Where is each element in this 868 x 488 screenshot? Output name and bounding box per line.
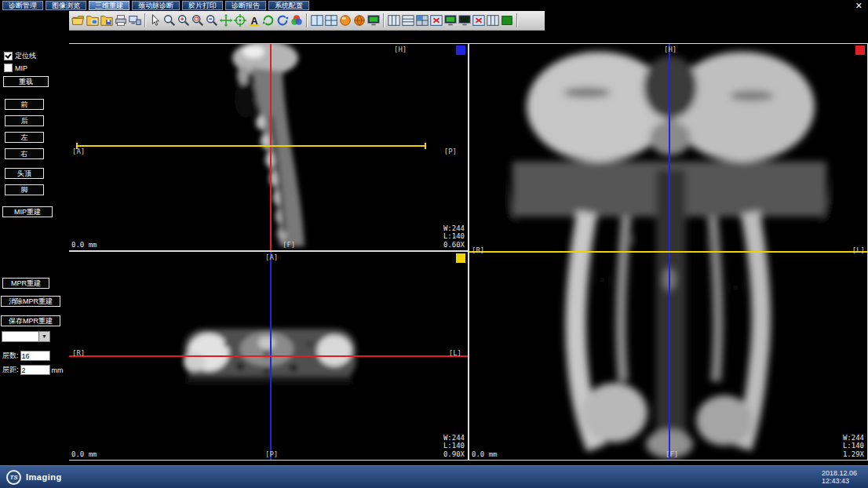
menu-bar: 诊断管理图像浏览三维重建颈动脉诊断胶片打印诊断报告系统配置 ✕ [0, 0, 868, 11]
mpr-remove-button[interactable]: 消除MPR重建 [1, 296, 60, 307]
refresh-icon[interactable] [261, 12, 275, 29]
zoom-tool-icon[interactable] [162, 12, 177, 29]
zoom-in-icon[interactable] [177, 12, 191, 29]
rotate-icon[interactable] [275, 12, 290, 29]
time-value: 12:43:43 [822, 477, 857, 485]
cine-play-icon[interactable] [367, 12, 381, 29]
orientation-label-right: [P] [444, 147, 457, 155]
film-rows-icon[interactable] [401, 12, 415, 29]
sidebar: 定位线 MIP 重载 前 后 左 右 头顶 脚 MIP重建 MPR重建 消除MP… [0, 31, 69, 466]
date-value: 2018.12.06 [822, 469, 857, 477]
window-level-readout: W:244 L:140 [443, 224, 465, 240]
reload-button[interactable]: 重载 [3, 76, 49, 87]
fullscreen-icon[interactable] [500, 12, 514, 29]
menu-tab-image-browse[interactable]: 图像浏览 [46, 1, 86, 10]
menu-tab-carotid-diagnosis[interactable]: 颈动脉诊断 [132, 1, 180, 10]
pointer-tool-icon[interactable] [148, 12, 162, 29]
layer-count-input[interactable] [20, 351, 50, 361]
orientation-label-left: [A] [72, 147, 85, 155]
status-bar: TS Imaging 2018.12.06 12:43:43 [0, 465, 868, 488]
axial-select-marker[interactable] [456, 253, 465, 263]
menu-tab-reconstruction-3d[interactable]: 三维重建 [89, 1, 129, 10]
save-folder-icon[interactable] [100, 12, 114, 29]
open-exam-folder-icon[interactable] [71, 12, 86, 29]
foot-button[interactable]: 脚 [5, 184, 44, 195]
app-logo: TS Imaging [6, 470, 62, 485]
locator-line-label: 定位线 [15, 51, 36, 61]
menu-tab-diagnosis-management[interactable]: 诊断管理 [2, 1, 43, 10]
orientation-label-left: [R] [72, 349, 85, 357]
layer-count-label: 层数: [2, 351, 19, 361]
sagittal-horizontal-crosshair[interactable] [77, 145, 425, 147]
display-on-icon[interactable] [443, 12, 458, 29]
mip-checkbox[interactable] [4, 64, 13, 72]
print-icon[interactable] [114, 12, 128, 29]
toolbar-icons: A [71, 12, 520, 29]
menu-tab-system-config[interactable]: 系统配置 [268, 1, 309, 10]
locator-line-checkbox-row[interactable]: 定位线 [4, 51, 36, 61]
tile-layout-icon[interactable] [415, 12, 429, 29]
menu-tab-film-print[interactable]: 胶片打印 [182, 1, 223, 10]
pseudo-color-icon[interactable] [290, 12, 304, 29]
display-off-icon[interactable] [458, 12, 472, 29]
viewport-axial[interactable]: [A] [R] [L] [P] W:244 L:140 0.90X 0.0 mm [69, 252, 468, 460]
coronal-horizontal-crosshair[interactable] [469, 251, 867, 253]
clear-view-icon[interactable] [472, 12, 486, 29]
workstation-icon[interactable] [128, 12, 142, 29]
mpr-save-button[interactable]: 保存MPR重建 [1, 315, 60, 326]
left-button[interactable]: 左 [5, 132, 44, 143]
window-level-readout: W:244 L:140 [443, 434, 465, 450]
layout-2x2-icon[interactable] [324, 12, 338, 29]
image-folder-icon[interactable] [86, 12, 100, 29]
locator-line-checkbox[interactable] [4, 52, 13, 60]
window-value: W:244 [443, 434, 465, 442]
sagittal-vertical-crosshair[interactable] [270, 44, 272, 250]
coronal-select-marker[interactable] [855, 46, 865, 55]
viewport-sagittal[interactable]: [H] [A] [P] [F] W:244 L:140 0.60X 0.0 mm [69, 44, 468, 250]
logo-text: Imaging [26, 472, 62, 482]
viewport-coronal[interactable]: [H] [R] [L] [F] W:244 L:140 1.29X 0.0 mm [469, 44, 867, 460]
crosshair-locate-icon[interactable] [233, 12, 247, 29]
viewport-stage: [H] [A] [P] [F] W:244 L:140 0.60X 0.0 mm [69, 43, 868, 461]
mip-rebuild-button[interactable]: MIP重建 [2, 206, 53, 217]
sagittal-mri-image [69, 44, 468, 250]
mpr-rebuild-button[interactable]: MPR重建 [2, 278, 49, 289]
mip-checkbox-row[interactable]: MIP [4, 64, 27, 72]
pan-tool-icon[interactable] [219, 12, 233, 29]
logo-icon: TS [6, 470, 21, 485]
menu-tab-diagnosis-report[interactable]: 诊断报告 [225, 1, 266, 10]
axial-horizontal-crosshair[interactable] [69, 355, 468, 357]
film-columns-icon[interactable] [387, 12, 401, 29]
level-value: L:140 [843, 442, 864, 450]
close-button[interactable]: ✕ [855, 0, 863, 11]
head-button[interactable]: 头顶 [5, 168, 44, 179]
right-button[interactable]: 右 [5, 148, 44, 159]
sagittal-select-marker[interactable] [456, 46, 465, 55]
chevron-down-icon[interactable]: ▼ [38, 332, 49, 341]
annotation-icon[interactable]: A [247, 12, 261, 29]
toolbar-separator [306, 13, 308, 27]
level-value: L:140 [443, 442, 465, 450]
mip-label: MIP [15, 64, 27, 72]
layer-spacing-input[interactable] [20, 365, 50, 375]
layout-1x2-icon[interactable] [310, 12, 324, 29]
window-preset-icon[interactable] [338, 12, 352, 29]
layer-count-row: 层数: [2, 351, 50, 361]
mpr-preset-select[interactable]: ▼ [2, 331, 50, 342]
toolbar-separator [516, 13, 518, 27]
volume-3d-icon[interactable] [352, 12, 367, 29]
layer-spacing-row: 层距: mm [2, 365, 64, 375]
compare-series-icon[interactable] [486, 12, 500, 29]
orientation-label-right: [L] [852, 246, 865, 254]
zoom-value: 0.60X [443, 241, 465, 249]
layer-spacing-label: 层距: [2, 365, 19, 375]
magnifier-icon[interactable] [205, 12, 219, 29]
zoom-region-icon[interactable] [191, 12, 205, 29]
orientation-label-bottom: [P] [265, 450, 278, 458]
orientation-label-left: [R] [472, 246, 484, 254]
front-button[interactable]: 前 [5, 99, 44, 110]
position-value: 0.0 mm [472, 450, 498, 458]
back-button[interactable]: 后 [5, 115, 44, 126]
orientation-label-top: [A] [265, 253, 278, 261]
close-series-icon[interactable] [429, 12, 443, 29]
